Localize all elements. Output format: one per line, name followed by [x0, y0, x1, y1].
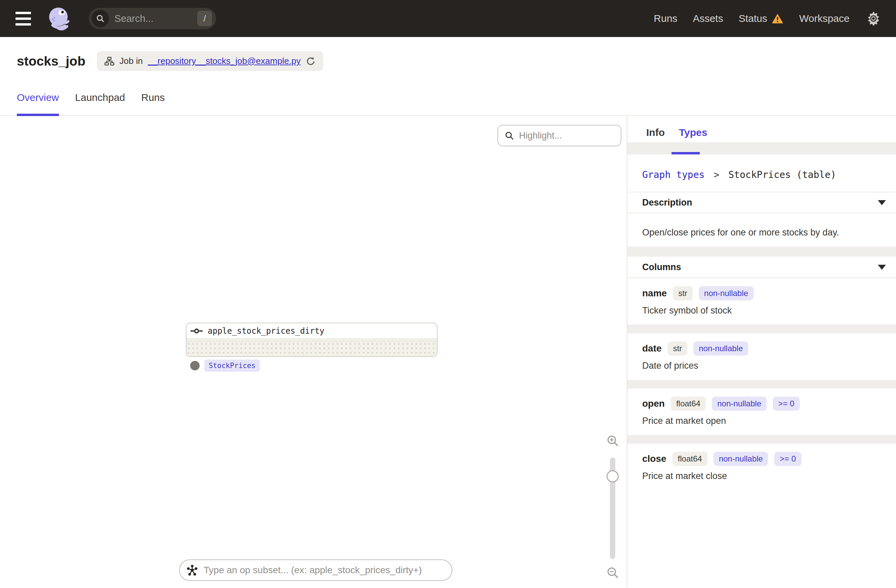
zoom-slider-track[interactable]: [610, 457, 615, 559]
column-name: open: [642, 398, 665, 409]
column-type-tag: float64: [671, 397, 706, 411]
nav-workspace[interactable]: Workspace: [799, 13, 850, 24]
highlight-input[interactable]: [518, 130, 615, 141]
page-header: stocks_job Job in __repository__stocks_j…: [17, 51, 896, 71]
op-output: StockPrices: [190, 360, 260, 372]
job-badge-prefix: Job in: [119, 56, 143, 66]
job-graph-icon: [104, 56, 114, 66]
description-section-title: Description: [642, 198, 692, 208]
column-constraint-tag: non-nullable: [699, 286, 754, 300]
column-constraint-tag: >= 0: [774, 452, 801, 466]
column-description: Ticker symbol of stock: [642, 305, 881, 316]
op-node-divider: [186, 339, 437, 342]
chevron-down-icon: [878, 200, 886, 205]
dagster-logo[interactable]: [46, 5, 73, 32]
column-row-open: open float64 non-nullable >= 0 Price at …: [628, 389, 896, 435]
highlight-search: [497, 125, 621, 146]
column-constraint-tag: non-nullable: [713, 452, 768, 466]
type-breadcrumb: Graph types > StockPrices (table): [628, 154, 896, 192]
op-node-apple-stock-prices-dirty[interactable]: apple_stock_prices_dirty: [186, 323, 437, 357]
nav-runs[interactable]: Runs: [654, 13, 677, 24]
op-selector-icon: [186, 564, 198, 576]
column-row-close: close float64 non-nullable >= 0 Price at…: [628, 444, 896, 490]
column-constraint-tag: non-nullable: [712, 397, 767, 411]
zoom-in-icon[interactable]: [606, 434, 619, 447]
main-content: apple_stock_prices_dirty StockPrices: [0, 116, 896, 587]
column-description: Date of prices: [642, 361, 881, 371]
panel-tab-strip: [628, 142, 896, 154]
column-type-tag: str: [673, 286, 693, 300]
nav-status-label: Status: [739, 13, 767, 24]
page-title: stocks_job: [17, 54, 85, 68]
column-row-date: date str non-nullable Date of prices: [628, 333, 896, 380]
breadcrumb-graph-types-link[interactable]: Graph types: [642, 169, 704, 180]
reload-icon[interactable]: [306, 56, 316, 66]
breadcrumb-separator: >: [713, 169, 719, 180]
op-icon: [190, 328, 203, 334]
tab-overview[interactable]: Overview: [17, 92, 59, 115]
top-navigation-bar: / Runs Assets Status Workspace: [0, 0, 896, 37]
nav-status[interactable]: Status: [739, 12, 783, 24]
columns-section-title: Columns: [642, 262, 681, 272]
side-panel: Info Types Graph types > StockPrices (ta…: [628, 116, 896, 587]
zoom-controls: [604, 434, 621, 579]
column-constraint-tag: non-nullable: [693, 342, 748, 356]
global-search: /: [89, 8, 216, 29]
description-section-header[interactable]: Description: [628, 192, 896, 213]
column-name: name: [642, 288, 667, 299]
tab-launchpad[interactable]: Launchpad: [75, 92, 125, 115]
settings-gear-icon[interactable]: [866, 11, 881, 26]
side-panel-tabs: Info Types: [628, 116, 896, 138]
zoom-out-icon[interactable]: [606, 566, 619, 579]
column-type-tag: float64: [672, 452, 707, 466]
column-row-name: name str non-nullable Ticker symbol of s…: [628, 278, 896, 325]
row-separator: [628, 435, 896, 444]
active-tab-indicator: [672, 152, 700, 154]
tab-runs[interactable]: Runs: [142, 92, 165, 115]
top-nav-links: Runs Assets Status Workspace: [654, 11, 881, 26]
hamburger-menu-icon[interactable]: [15, 12, 31, 26]
job-tabs: Overview Launchpad Runs: [0, 92, 896, 116]
output-port-dot: [190, 361, 200, 370]
breadcrumb-current: StockPrices (table): [728, 169, 836, 180]
op-node-body: [186, 342, 437, 356]
section-separator: [628, 246, 896, 257]
search-icon: [91, 10, 109, 27]
row-separator: [628, 380, 896, 389]
op-graph-canvas[interactable]: apple_stock_prices_dirty StockPrices: [0, 116, 627, 587]
search-icon: [504, 131, 514, 141]
column-type-tag: str: [668, 342, 688, 356]
op-node-label: apple_stock_prices_dirty: [208, 326, 325, 336]
description-text: Open/close prices for one or more stocks…: [628, 213, 896, 246]
column-description: Price at market close: [642, 471, 881, 482]
repository-file-link[interactable]: __repository__stocks_job@example.py: [148, 56, 300, 66]
column-description: Price at market open: [642, 416, 881, 426]
warning-triangle-icon: [771, 12, 783, 24]
op-subset-selector: [179, 559, 453, 581]
op-subset-input[interactable]: [203, 564, 445, 576]
slash-shortcut-key: /: [197, 11, 212, 26]
search-input[interactable]: [109, 13, 197, 24]
column-name: close: [642, 453, 666, 464]
output-type-tag[interactable]: StockPrices: [204, 360, 260, 372]
panel-tab-types[interactable]: Types: [679, 127, 707, 138]
chevron-down-icon: [878, 265, 886, 270]
nav-assets[interactable]: Assets: [693, 13, 723, 24]
panel-tab-info[interactable]: Info: [646, 127, 665, 138]
row-separator: [628, 325, 896, 333]
job-origin-badge: Job in __repository__stocks_job@example.…: [97, 51, 323, 71]
column-constraint-tag: >= 0: [773, 397, 800, 411]
column-name: date: [642, 343, 662, 354]
zoom-slider-thumb[interactable]: [606, 470, 619, 482]
columns-section-header[interactable]: Columns: [628, 257, 896, 278]
